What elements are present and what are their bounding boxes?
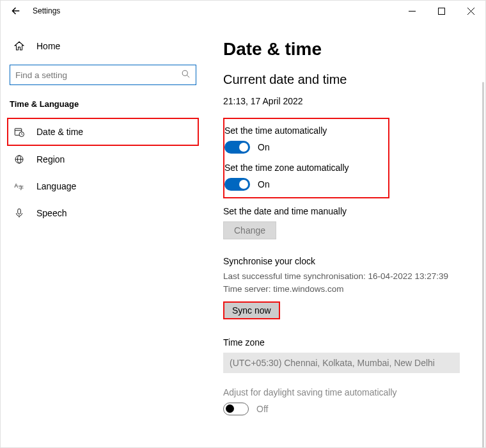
- change-button: Change: [223, 221, 276, 239]
- maximize-button[interactable]: [427, 1, 456, 20]
- tz-select: (UTC+05:30) Chennai, Kolkata, Mumbai, Ne…: [223, 353, 460, 373]
- close-icon: [467, 8, 474, 15]
- sidebar-item-speech[interactable]: Speech: [1, 200, 205, 227]
- language-icon: A字: [13, 180, 25, 192]
- auto-tz-label: Set the time zone automatically: [224, 163, 382, 173]
- manual-dt-label: Set the date and time manually: [223, 206, 485, 216]
- search-input[interactable]: [15, 70, 181, 80]
- close-button[interactable]: [456, 1, 485, 20]
- current-datetime-value: 21:13, 17 April 2022: [223, 96, 485, 106]
- back-button[interactable]: [10, 4, 22, 17]
- auto-tz-state: On: [258, 179, 270, 189]
- minimize-button[interactable]: [397, 1, 427, 20]
- sidebar-home[interactable]: Home: [1, 35, 205, 57]
- dst-toggle: [223, 403, 249, 415]
- auto-time-state: On: [258, 142, 270, 152]
- dst-label: Adjust for daylight saving time automati…: [223, 387, 485, 397]
- minimize-icon: [409, 8, 416, 15]
- window-title: Settings: [33, 6, 60, 15]
- sidebar-item-label: Language: [36, 181, 76, 191]
- maximize-icon: [438, 8, 445, 15]
- sidebar-home-label: Home: [36, 41, 60, 51]
- main-content: Date & time Current date and time 21:13,…: [205, 21, 485, 447]
- search-icon: [181, 69, 191, 81]
- dst-state: Off: [256, 404, 268, 414]
- sidebar-item-region[interactable]: Region: [1, 146, 205, 173]
- settings-window: Settings Home T: [0, 0, 486, 448]
- page-title: Date & time: [223, 39, 485, 60]
- auto-tz-toggle[interactable]: [224, 178, 250, 191]
- svg-text:A: A: [15, 183, 19, 189]
- sidebar-group-title: Time & Language: [1, 97, 205, 118]
- sidebar-item-label: Region: [36, 154, 65, 164]
- svg-line-5: [187, 75, 189, 77]
- svg-rect-1: [438, 8, 444, 14]
- sync-heading: Synchronise your clock: [223, 256, 485, 266]
- sidebar-item-label: Speech: [36, 208, 67, 218]
- search-box[interactable]: [10, 65, 196, 85]
- sync-last-text: Last successful time synchronisation: 16…: [223, 270, 485, 283]
- arrow-left-icon: [10, 5, 22, 17]
- svg-text:字: 字: [19, 185, 24, 191]
- highlight-auto-settings: Set the time automatically On Set the ti…: [223, 118, 389, 198]
- section-current-dt: Current date and time: [223, 72, 485, 87]
- globe-icon: [13, 154, 25, 165]
- sync-server-text: Time server: time.windows.com: [223, 283, 485, 296]
- auto-time-label: Set the time automatically: [224, 125, 382, 136]
- svg-rect-16: [18, 209, 21, 214]
- auto-time-toggle[interactable]: [224, 141, 250, 154]
- sidebar-item-label: Date & time: [36, 127, 83, 137]
- calendar-clock-icon: [13, 126, 25, 138]
- titlebar: Settings: [1, 1, 485, 21]
- microphone-icon: [13, 207, 25, 219]
- home-icon: [13, 40, 25, 52]
- svg-point-4: [182, 70, 187, 76]
- sidebar-item-language[interactable]: A字 Language: [1, 173, 205, 200]
- sidebar: Home Time & Language Date & time Region …: [1, 21, 205, 447]
- scrollbar[interactable]: [482, 82, 484, 447]
- sidebar-item-date-time[interactable]: Date & time: [7, 118, 199, 146]
- sync-now-button[interactable]: Sync now: [223, 301, 280, 319]
- tz-heading: Time zone: [223, 337, 485, 348]
